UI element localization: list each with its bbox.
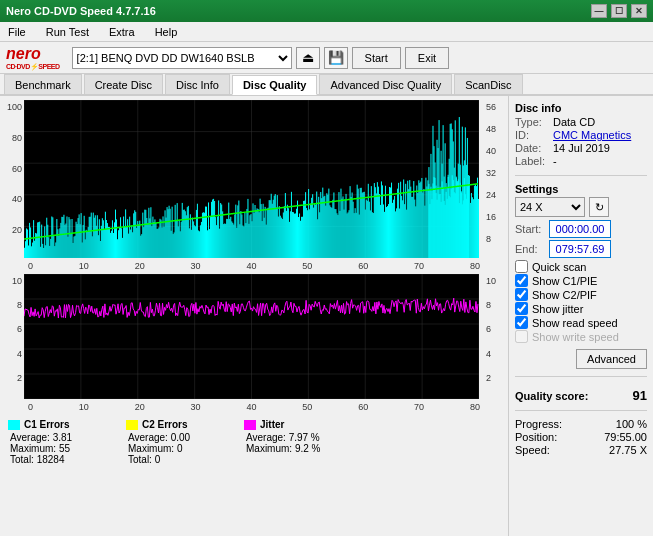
legend-c2: C2 Errors Average: 0.00 Maximum: 0 Total…	[126, 419, 236, 465]
menu-extra[interactable]: Extra	[105, 24, 139, 40]
tab-benchmark[interactable]: Benchmark	[4, 74, 82, 94]
nero-subbrand: CD·DVD⚡SPEED	[6, 63, 60, 71]
jitter-stats: Average: 7.97 % Maximum: 9.2 %	[244, 432, 354, 454]
save-button[interactable]: 💾	[324, 47, 348, 69]
bottom-chart-x-axis: 01020304050607080	[4, 401, 504, 413]
top-chart-y-left: 100 80 60 40 20	[4, 100, 24, 258]
date-value: 14 Jul 2019	[553, 142, 610, 154]
quality-score-row: Quality score: 91	[515, 388, 647, 403]
quick-scan-checkbox[interactable]	[515, 260, 528, 273]
type-value: Data CD	[553, 116, 595, 128]
app-title: Nero CD-DVD Speed 4.7.7.16	[6, 5, 156, 17]
nero-logo: nero CD·DVD⚡SPEED	[6, 45, 60, 71]
show-write-speed-checkbox[interactable]	[515, 330, 528, 343]
settings-section: Settings 24 X Max 4 X 8 X 16 X 32 X 40 X…	[515, 183, 647, 369]
top-chart-y-right: 56 48 40 32 24 16 8	[484, 100, 504, 258]
show-c1-label: Show C1/PIE	[532, 275, 597, 287]
menu-bar: File Run Test Extra Help	[0, 22, 653, 42]
legend-c1: C1 Errors Average: 3.81 Maximum: 55 Tota…	[8, 419, 118, 465]
title-bar: Nero CD-DVD Speed 4.7.7.16 — ☐ ✕	[0, 0, 653, 22]
settings-title: Settings	[515, 183, 647, 195]
top-chart-x-axis: 01020304050607080	[4, 260, 504, 272]
right-panel: Disc info Type: Data CD ID: CMC Magnetic…	[508, 96, 653, 536]
show-c1-checkbox[interactable]	[515, 274, 528, 287]
c2-stats: Average: 0.00 Maximum: 0 Total: 0	[126, 432, 236, 465]
position-label: Position:	[515, 431, 557, 443]
menu-help[interactable]: Help	[151, 24, 182, 40]
toolbar: nero CD·DVD⚡SPEED [2:1] BENQ DVD DD DW16…	[0, 42, 653, 74]
date-label: Date:	[515, 142, 551, 154]
disc-info-section: Disc info Type: Data CD ID: CMC Magnetic…	[515, 102, 647, 168]
show-jitter-checkbox[interactable]	[515, 302, 528, 315]
tabs-bar: Benchmark Create Disc Disc Info Disc Qua…	[0, 74, 653, 96]
divider-2	[515, 376, 647, 377]
drive-select[interactable]: [2:1] BENQ DVD DD DW1640 BSLB	[72, 47, 292, 69]
quick-scan-label: Quick scan	[532, 261, 586, 273]
jitter-label: Jitter	[260, 419, 284, 430]
c1-stats: Average: 3.81 Maximum: 55 Total: 18284	[8, 432, 118, 465]
show-jitter-label: Show jitter	[532, 303, 583, 315]
show-c2-label: Show C2/PIF	[532, 289, 597, 301]
disc-info-title: Disc info	[515, 102, 647, 114]
top-chart-canvas	[24, 100, 479, 258]
tab-scan-disc[interactable]: ScanDisc	[454, 74, 522, 94]
bottom-chart-y-right: 10 8 6 4 2	[484, 274, 504, 399]
progress-section: Progress: 100 % Position: 79:55.00 Speed…	[515, 418, 647, 457]
bottom-chart-canvas	[24, 274, 479, 399]
menu-file[interactable]: File	[4, 24, 30, 40]
exit-button[interactable]: Exit	[405, 47, 449, 69]
progress-label: Progress:	[515, 418, 562, 430]
nero-brand: nero	[6, 45, 41, 63]
start-label: Start:	[515, 223, 545, 235]
quality-score-value: 91	[633, 388, 647, 403]
show-c2-checkbox[interactable]	[515, 288, 528, 301]
tab-disc-quality[interactable]: Disc Quality	[232, 75, 318, 95]
refresh-button[interactable]: ↻	[589, 197, 609, 217]
show-write-speed-label: Show write speed	[532, 331, 619, 343]
close-button[interactable]: ✕	[631, 4, 647, 18]
end-input[interactable]	[549, 240, 611, 258]
c1-color	[8, 420, 20, 430]
minimize-button[interactable]: —	[591, 4, 607, 18]
divider-3	[515, 410, 647, 411]
top-chart-container	[24, 100, 484, 258]
start-input[interactable]	[549, 220, 611, 238]
speed-select[interactable]: 24 X Max 4 X 8 X 16 X 32 X 40 X 48 X	[515, 197, 585, 217]
id-value[interactable]: CMC Magnetics	[553, 129, 631, 141]
position-value: 79:55.00	[604, 431, 647, 443]
progress-value: 100 %	[616, 418, 647, 430]
type-label: Type:	[515, 116, 551, 128]
id-label: ID:	[515, 129, 551, 141]
c2-label: C2 Errors	[142, 419, 188, 430]
bottom-chart-container	[24, 274, 484, 399]
jitter-color	[244, 420, 256, 430]
show-read-speed-label: Show read speed	[532, 317, 618, 329]
disc-label-value: -	[553, 155, 557, 167]
legend-jitter: Jitter Average: 7.97 % Maximum: 9.2 %	[244, 419, 354, 465]
menu-run-test[interactable]: Run Test	[42, 24, 93, 40]
quality-score-label: Quality score:	[515, 390, 588, 402]
disc-label-label: Label:	[515, 155, 551, 167]
advanced-button[interactable]: Advanced	[576, 349, 647, 369]
speed-label: Speed:	[515, 444, 550, 456]
tab-create-disc[interactable]: Create Disc	[84, 74, 163, 94]
tab-advanced-disc-quality[interactable]: Advanced Disc Quality	[319, 74, 452, 94]
chart-area: 100 80 60 40 20 56 48 40 32 24 16 8	[0, 96, 508, 536]
c2-color	[126, 420, 138, 430]
eject-button[interactable]: ⏏	[296, 47, 320, 69]
speed-value: 27.75 X	[609, 444, 647, 456]
show-read-speed-checkbox[interactable]	[515, 316, 528, 329]
tab-disc-info[interactable]: Disc Info	[165, 74, 230, 94]
divider-1	[515, 175, 647, 176]
bottom-chart-y-left: 10 8 6 4 2	[4, 274, 24, 399]
legend: C1 Errors Average: 3.81 Maximum: 55 Tota…	[4, 415, 504, 467]
start-button[interactable]: Start	[352, 47, 401, 69]
maximize-button[interactable]: ☐	[611, 4, 627, 18]
end-label: End:	[515, 243, 545, 255]
c1-label: C1 Errors	[24, 419, 70, 430]
